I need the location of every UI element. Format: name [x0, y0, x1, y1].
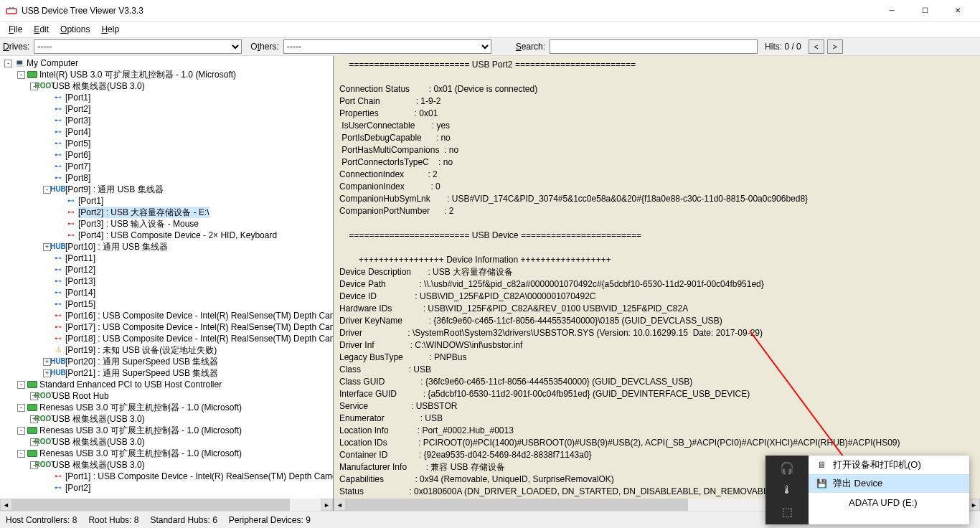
window-title: USB Device Tree Viewer V3.3.3 — [22, 6, 875, 16]
menubar: File Edit Options Help — [0, 22, 980, 37]
headphones-icon[interactable]: 🎧 — [780, 461, 794, 475]
expand-toggle[interactable]: - — [17, 450, 25, 458]
tree-label: [Port4] — [65, 126, 90, 138]
tree-node[interactable]: ⊷[Port4] — [1, 126, 333, 138]
tree-node[interactable]: -Standard Enhanced PCI to USB Host Contr… — [1, 379, 333, 390]
tree-label: [Port19] : 未知 USB 设备(设定地址失败) — [65, 344, 217, 356]
tree-node[interactable]: ⊷[Port4] : USB Composite Device - 2× HID… — [1, 230, 333, 241]
tree-node[interactable]: ⊷[Port2] — [1, 103, 333, 115]
tree-node[interactable]: ⊷[Port1] — [1, 195, 333, 207]
tree-label: [Port9] : 通用 USB 集线器 — [65, 184, 164, 195]
tree-label: Renesas USB 3.0 可扩展主机控制器 - 1.0 (Microsof… — [39, 448, 242, 459]
tree-label: [Port2] : USB 大容量存储设备 - E:\ — [78, 207, 209, 218]
tree-node[interactable]: ⊷[Port18] : USB Composite Device - Intel… — [1, 333, 333, 344]
tree-label: [Port1] — [78, 195, 103, 207]
tree-label: [Port4] : USB Composite Device - 2× HID,… — [78, 230, 277, 241]
tree-node[interactable]: ⊷[Port1] : USB Composite Device - Intel(… — [1, 471, 333, 482]
search-next-button[interactable]: > — [827, 39, 843, 54]
tray-open-devices[interactable]: 🖥 打开设备和打印机(O) — [809, 456, 969, 474]
minimize-button[interactable]: ─ — [875, 0, 908, 22]
tree-node[interactable]: ⊷[Port7] — [1, 161, 333, 172]
tree-hscroll[interactable]: ◄► — [0, 499, 333, 511]
tree-node[interactable]: ⊷[Port11] — [1, 253, 333, 264]
tree-node[interactable]: ⊷[Port15] — [1, 298, 333, 310]
tree-node[interactable]: ⊷[Port6] — [1, 149, 333, 161]
expand-toggle[interactable]: - — [4, 60, 12, 67]
tray-popup: 🎧 🌡 ⬚ 🖥 打开设备和打印机(O) 💾 弹出 Device ADATA UF… — [765, 456, 969, 524]
status-peripheral-devices: Peripheral Devices: 9 — [229, 515, 311, 525]
tree-label: [Port5] — [65, 138, 90, 149]
search-prev-button[interactable]: < — [809, 39, 824, 54]
detail-pane[interactable]: ======================== USB Port2 =====… — [334, 56, 980, 511]
maximize-button[interactable]: ☐ — [908, 0, 941, 22]
tree-node[interactable]: -ROOTUSB 根集线器(USB 3.0) — [1, 80, 333, 92]
expand-toggle[interactable]: - — [17, 427, 25, 435]
tree-node[interactable]: +HUB[Port10] : 通用 USB 集线器 — [1, 241, 333, 253]
expand-toggle[interactable]: - — [17, 71, 25, 79]
tree-label: [Port3] : USB 输入设备 - Mouse — [78, 218, 199, 230]
tree-label: [Port16] : USB Composite Device - Intel(… — [65, 310, 334, 321]
devices-icon: 🖥 — [816, 460, 827, 470]
tree-node[interactable]: ⚠[Port19] : 未知 USB 设备(设定地址失败) — [1, 344, 333, 356]
tree-node[interactable]: ⊷[Port3] — [1, 115, 333, 126]
tree-node[interactable]: ⊷[Port12] — [1, 264, 333, 275]
tree-label: [Port20] : 通用 SuperSpeed USB 集线器 — [65, 356, 218, 367]
others-label: Others: — [250, 42, 278, 52]
tree-node[interactable]: ⊷[Port3] : USB 输入设备 - Mouse — [1, 218, 333, 230]
thermometer-icon[interactable]: 🌡 — [781, 484, 793, 496]
tray-icon-column: 🎧 🌡 ⬚ — [765, 456, 809, 524]
expand-toggle[interactable]: - — [17, 404, 25, 412]
tree-node[interactable]: -ROOTUSB 根集线器(USB 3.0) — [1, 459, 333, 471]
tree-node[interactable]: ⊷[Port14] — [1, 287, 333, 298]
tree-node[interactable]: -Renesas USB 3.0 可扩展主机控制器 - 1.0 (Microso… — [1, 402, 333, 413]
tree-node[interactable]: -Intel(R) USB 3.0 可扩展主机控制器 - 1.0 (Micros… — [1, 69, 333, 80]
tree-label: Renesas USB 3.0 可扩展主机控制器 - 1.0 (Microsof… — [39, 425, 242, 436]
app-icon — [6, 5, 17, 16]
menu-file[interactable]: File — [3, 23, 28, 36]
search-input[interactable] — [550, 39, 758, 54]
tree-node[interactable]: ⊷[Port5] — [1, 138, 333, 149]
tree-node[interactable]: ⊷[Port2] : USB 大容量存储设备 - E:\ — [1, 207, 333, 218]
tree-node[interactable]: -Renesas USB 3.0 可扩展主机控制器 - 1.0 (Microso… — [1, 448, 333, 459]
tree-node[interactable]: -Renesas USB 3.0 可扩展主机控制器 - 1.0 (Microso… — [1, 425, 333, 436]
tree-node[interactable]: +ROOTUSB 根集线器(USB 3.0) — [1, 436, 333, 448]
menu-edit[interactable]: Edit — [28, 23, 55, 36]
ethernet-icon[interactable]: ⬚ — [782, 505, 793, 519]
tree-label: [Port1] : USB Composite Device - Intel(R… — [65, 471, 334, 482]
tree-label: USB 根集线器(USB 3.0) — [52, 459, 145, 471]
tree-node[interactable]: ⊷[Port2] — [1, 482, 333, 494]
tree-node[interactable]: ⊷[Port16] : USB Composite Device - Intel… — [1, 310, 333, 321]
toolbar: Drives: ----- Others: ----- Search: Hits… — [0, 37, 980, 56]
status-host-controllers: Host Controllers: 8 — [6, 515, 77, 525]
tree-node[interactable]: ⊷[Port1] — [1, 92, 333, 103]
tray-eject-device[interactable]: 💾 弹出 Device — [809, 474, 969, 493]
tree-node[interactable]: ⊷[Port8] — [1, 172, 333, 184]
tree-node[interactable]: -💻My Computer — [1, 57, 333, 69]
tree-pane[interactable]: -💻My Computer-Intel(R) USB 3.0 可扩展主机控制器 … — [0, 56, 334, 511]
tree-label: [Port14] — [65, 287, 95, 298]
tree-node[interactable]: ⊷[Port17] : USB Composite Device - Intel… — [1, 321, 333, 333]
others-select[interactable]: ----- — [283, 39, 491, 54]
tree-label: USB 根集线器(USB 3.0) — [52, 436, 145, 448]
tree-label: [Port2] — [65, 103, 90, 115]
detail-text: ======================== USB Port2 =====… — [339, 60, 946, 511]
tree-label: USB Root Hub — [52, 390, 109, 402]
tree-label: [Port13] — [65, 275, 95, 287]
tree-label: [Port7] — [65, 161, 90, 172]
tree-node[interactable]: +ROOTUSB Root Hub — [1, 390, 333, 402]
drive-icon: 💾 — [816, 478, 827, 489]
drives-select[interactable]: ----- — [34, 39, 242, 54]
tree-label: [Port18] : USB Composite Device - Intel(… — [65, 333, 334, 344]
tree-node[interactable]: +ROOTUSB 根集线器(USB 3.0) — [1, 413, 333, 425]
tree-node[interactable]: +HUB[Port21] : 通用 SuperSpeed USB 集线器 — [1, 367, 333, 379]
tray-drive-item[interactable]: ADATA UFD (E:) — [809, 493, 969, 512]
tree-node[interactable]: ⊷[Port13] — [1, 275, 333, 287]
expand-toggle[interactable]: - — [17, 381, 25, 389]
tree-node[interactable]: +HUB[Port20] : 通用 SuperSpeed USB 集线器 — [1, 356, 333, 367]
menu-help[interactable]: Help — [95, 23, 125, 36]
tree-label: Renesas USB 3.0 可扩展主机控制器 - 1.0 (Microsof… — [39, 402, 242, 413]
tree-node[interactable]: -HUB[Port9] : 通用 USB 集线器 — [1, 184, 333, 195]
menu-options[interactable]: Options — [55, 23, 95, 36]
search-label: Search: — [516, 42, 545, 52]
close-button[interactable]: ✕ — [941, 0, 974, 22]
